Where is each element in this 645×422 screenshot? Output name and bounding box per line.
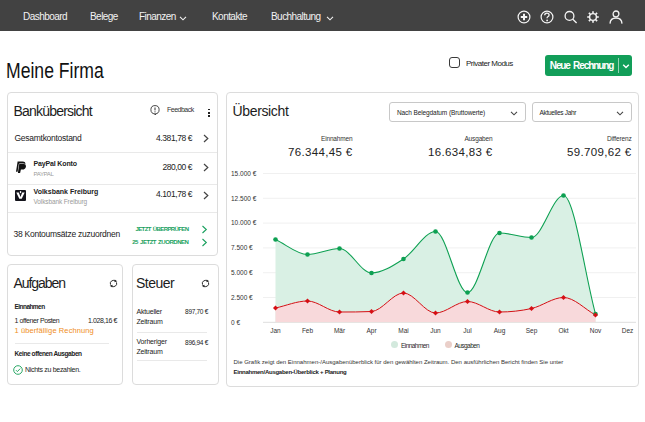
svg-text:Jul: Jul [463, 327, 472, 334]
svg-text:Feb: Feb [301, 327, 313, 334]
svg-text:5.000 €: 5.000 € [231, 269, 253, 276]
svg-text:Mai: Mai [398, 327, 408, 334]
svg-text:Sep: Sep [525, 327, 537, 335]
svg-text:Mär: Mär [333, 327, 345, 334]
svg-text:Dez: Dez [621, 327, 633, 334]
svg-text:10.000 €: 10.000 € [231, 219, 257, 226]
svg-text:7.500 €: 7.500 € [231, 244, 253, 251]
svg-text:15.000 €: 15.000 € [231, 170, 257, 177]
svg-text:Nov: Nov [589, 327, 601, 334]
svg-text:Apr: Apr [366, 327, 377, 335]
svg-text:Jan: Jan [270, 327, 281, 334]
svg-text:Aug: Aug [493, 327, 505, 335]
svg-text:0 €: 0 € [231, 319, 240, 326]
svg-text:2.500 €: 2.500 € [231, 294, 253, 301]
svg-text:12.500 €: 12.500 € [231, 195, 257, 202]
svg-text:Okt: Okt [558, 327, 568, 334]
svg-text:Jun: Jun [430, 327, 441, 334]
